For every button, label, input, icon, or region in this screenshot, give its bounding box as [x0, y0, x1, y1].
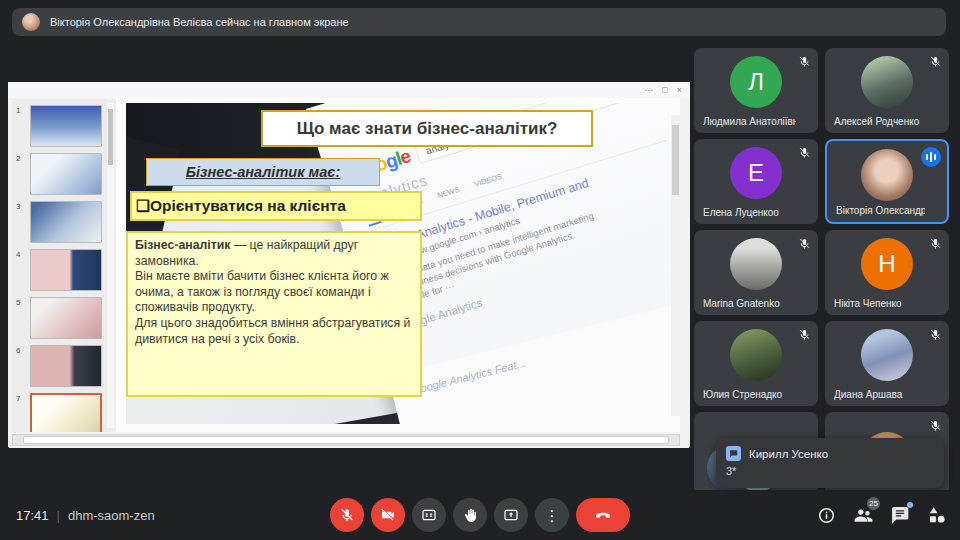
google-meet-window: Вікторія Олександрівна Велієва сейчас на…	[0, 0, 960, 540]
slide-thumbnail-1[interactable]: 1	[16, 105, 102, 147]
participant-name: Елена Луценкоо	[703, 207, 796, 218]
thumbnail-scrollbar[interactable]	[107, 103, 114, 428]
slide-thumbnail-7-current[interactable]: 7	[16, 393, 102, 432]
chat-message-preview: 3*	[726, 465, 934, 477]
window-maximize-icon[interactable]: □	[662, 86, 667, 95]
present-icon	[503, 507, 519, 523]
participant-tile-marina[interactable]: Marina Gnatenko	[694, 230, 818, 315]
participant-name: Людмила Анатоліївна...	[703, 116, 796, 127]
camera-toggle-button-muted[interactable]	[371, 498, 405, 532]
participant-name: Диана Аршава	[834, 389, 927, 400]
clock: 17:41	[16, 508, 49, 523]
mic-muted-icon	[798, 146, 811, 159]
presenter-avatar	[22, 13, 40, 31]
presenting-banner-text: Вікторія Олександрівна Велієва сейчас на…	[50, 16, 349, 28]
chat-icon	[890, 505, 910, 525]
chat-sender-name: Кирилл Усенко	[749, 448, 828, 460]
shared-window-chrome: ⋯ □ ×	[8, 82, 690, 98]
mic-muted-icon	[798, 328, 811, 341]
participant-name: Нікіта Чепенко	[834, 298, 927, 309]
presenting-banner: Вікторія Олександрівна Велієва сейчас на…	[12, 8, 946, 36]
slide-horizontal-scrollbar[interactable]	[12, 434, 680, 446]
window-menu-icon[interactable]: ⋯	[644, 86, 653, 95]
slide-thumbnail-6[interactable]: 6	[16, 345, 102, 387]
participant-tile-yuliya[interactable]: Юлия Стренадко	[694, 321, 818, 406]
slide-thumbnail-2[interactable]: 2	[16, 153, 102, 195]
window-close-icon[interactable]: ×	[677, 86, 682, 95]
slide-vertical-scrollbar[interactable]	[671, 115, 680, 416]
chat-message-icon	[726, 446, 741, 461]
participants-panel-button[interactable]: 25	[852, 504, 874, 526]
participant-tile-diana[interactable]: Диана Аршава	[825, 321, 949, 406]
participant-name: Marina Gnatenko	[703, 298, 796, 309]
slide-title: Що має знати бізнес-аналітик?	[261, 110, 593, 147]
activities-icon	[927, 505, 947, 525]
meeting-details-button[interactable]	[815, 504, 837, 526]
mic-muted-icon	[929, 419, 942, 432]
control-bar: 17:41 | dhm-saom-zen ⋮	[0, 490, 960, 540]
meeting-info: 17:41 | dhm-saom-zen	[16, 490, 155, 540]
chat-panel-button[interactable]	[889, 504, 911, 526]
participant-name: Юлия Стренадко	[703, 389, 796, 400]
participant-tile-aleksey[interactable]: Алексей Родченко	[825, 48, 949, 133]
slide-subtitle: Бізнес-аналітик має:	[146, 158, 380, 186]
videocam-off-icon	[380, 507, 396, 523]
avatar-initial: Н	[861, 238, 913, 290]
participant-tile-nikita[interactable]: Н Нікіта Чепенко	[825, 230, 949, 315]
avatar-initial: Л	[730, 56, 782, 108]
mic-off-icon	[339, 507, 355, 523]
checkbox-bullet-icon: ❑	[136, 197, 150, 215]
mic-toggle-button-muted[interactable]	[330, 498, 364, 532]
mic-muted-icon	[798, 237, 811, 250]
avatar-photo	[861, 329, 913, 381]
participant-tile-elena[interactable]: Е Елена Луценкоо	[694, 139, 818, 224]
screen-share-region[interactable]: ⋯ □ × 1 2 3 4 5 6 7 8	[8, 82, 690, 448]
slide-thumbnail-4[interactable]: 4	[16, 249, 102, 291]
slide-thumbnail-panel: 1 2 3 4 5 6 7 8	[12, 99, 116, 432]
call-end-icon	[594, 506, 612, 524]
info-icon	[817, 506, 836, 525]
participant-count-badge: 25	[867, 497, 880, 510]
slide-editing-area: Google analytics ×	[116, 98, 680, 432]
slide-thumbnail-3[interactable]: 3	[16, 201, 102, 243]
slide-body-text: Бізнес-аналітик — це найкращий друг замо…	[126, 231, 422, 397]
captions-icon	[421, 507, 437, 523]
participant-name: Алексей Родченко	[834, 116, 927, 127]
captions-button[interactable]	[412, 498, 446, 532]
mic-muted-icon	[929, 328, 942, 341]
slide-canvas: Google analytics ×	[126, 103, 672, 424]
more-options-icon: ⋮	[545, 508, 560, 523]
chat-unread-dot	[907, 502, 913, 508]
meeting-code: dhm-saom-zen	[68, 508, 155, 523]
avatar-initial: Е	[730, 147, 782, 199]
audio-speaking-indicator	[921, 147, 941, 167]
more-options-button[interactable]: ⋮	[535, 498, 569, 532]
mic-muted-icon	[929, 55, 942, 68]
leave-call-button[interactable]	[576, 498, 630, 532]
activities-button[interactable]	[926, 504, 948, 526]
mic-muted-icon	[798, 55, 811, 68]
slide-bullet: ❑ Орієнтуватися на клієнта	[130, 191, 422, 221]
raised-hand-icon	[462, 507, 478, 523]
avatar-photo	[730, 238, 782, 290]
participant-tile-viktoriya-speaking[interactable]: Вікторія Олександрів...	[825, 139, 949, 224]
mic-muted-icon	[929, 237, 942, 250]
avatar-photo	[861, 56, 913, 108]
present-screen-button[interactable]	[494, 498, 528, 532]
participant-name: Вікторія Олександрів...	[836, 205, 925, 216]
avatar-photo	[861, 149, 913, 201]
avatar-photo	[730, 329, 782, 381]
participant-tile-lyudmyla[interactable]: Л Людмила Анатоліївна...	[694, 48, 818, 133]
slide-thumbnail-5[interactable]: 5	[16, 297, 102, 339]
chat-notification[interactable]: Кирилл Усенко 3*	[716, 438, 944, 488]
raise-hand-button[interactable]	[453, 498, 487, 532]
